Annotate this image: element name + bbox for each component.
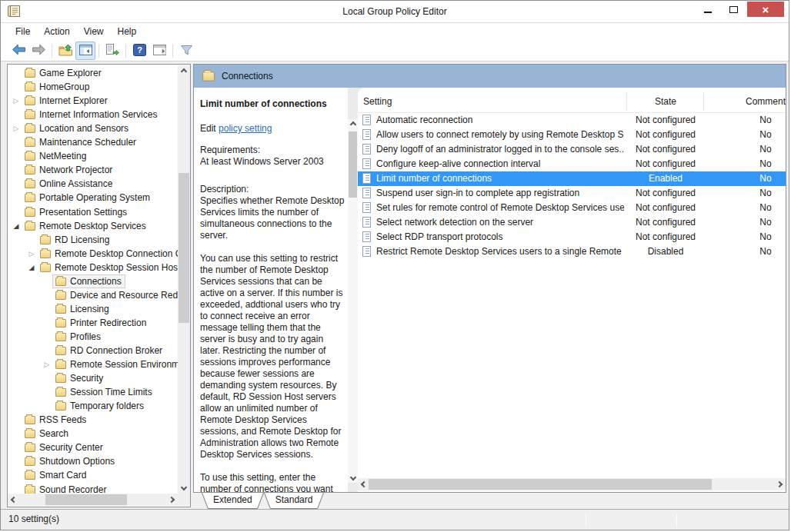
tree-item-core[interactable]: Sound Recorder [22,483,110,494]
scroll-down-icon[interactable] [178,481,190,494]
scroll-up-icon[interactable] [348,119,358,130]
expand-arrow-icon[interactable]: ▷ [42,361,52,368]
expand-arrow-icon[interactable]: ▷ [26,250,37,258]
tree-item-core[interactable]: Session Time Limits [52,385,156,399]
column-header-state[interactable]: State [627,96,704,107]
tree-item-core[interactable]: Online Assistance [22,177,116,191]
tree-item[interactable]: RD Connection Broker [8,344,178,357]
tree-item-core[interactable]: Maintenance Scheduler [22,135,140,149]
table-row[interactable]: Select RDP transport protocolsNot config… [358,230,786,244]
filter-button[interactable] [176,42,196,60]
close-button[interactable]: × [747,2,784,17]
tree-item-core[interactable]: Profiles [52,330,105,344]
tree-item[interactable]: RD Licensing [8,233,178,247]
show-console-tree-button[interactable] [75,42,95,60]
scroll-right-icon[interactable] [165,494,178,506]
tree-item[interactable]: Game Explorer [8,66,178,80]
scroll-thumb[interactable] [179,173,189,323]
scroll-thumb[interactable] [349,131,357,198]
tree-item[interactable]: Sound Recorder [8,483,178,494]
tree-item-core[interactable]: HomeGroup [22,80,93,94]
collapse-arrow-icon[interactable]: ◢ [26,264,37,271]
tree-item-core[interactable]: Security Center [22,441,107,454]
back-button[interactable] [8,42,28,60]
tree-item[interactable]: ◢Remote Desktop Session Host [8,261,178,274]
tree-item-core[interactable]: Portable Operating System [22,191,154,204]
tree-item-core[interactable]: Licensing [52,302,113,316]
tree-item-core[interactable]: Printer Redirection [52,316,150,330]
tree-item[interactable]: ▷Internet Explorer [8,94,178,108]
up-one-level-button[interactable] [55,42,75,60]
tree-item-core[interactable]: Search [22,427,72,441]
column-header-setting[interactable]: Setting [363,96,392,107]
expand-arrow-icon[interactable]: ▷ [11,125,22,132]
tree-item[interactable]: Licensing [8,302,178,316]
tree-item[interactable]: ▷Location and Sensors [8,121,178,135]
menu-view[interactable]: View [77,23,111,41]
tree-item[interactable]: NetMeeting [8,149,178,163]
column-divider[interactable] [703,92,704,111]
tree-item[interactable]: Online Assistance [8,177,178,191]
tree-item[interactable]: Network Projector [8,163,178,177]
menu-action[interactable]: Action [37,23,76,41]
show-action-pane-button[interactable] [149,42,169,60]
tree-item-core[interactable]: Location and Sensors [22,121,132,135]
tree-vertical-scrollbar[interactable] [178,65,190,494]
tree-item-core[interactable]: Temporary folders [52,399,148,413]
table-row[interactable]: Restrict Remote Desktop Services users t… [358,244,786,259]
scroll-down-icon[interactable] [348,472,358,483]
tree-item[interactable]: HomeGroup [8,80,178,94]
tree-item-core[interactable]: Remote Desktop Session Host [37,261,178,274]
tree-item-core[interactable]: Remote Session Environme [52,357,178,371]
tree-item[interactable]: Search [8,427,178,441]
table-row[interactable]: Automatic reconnectionNot configuredNo [358,113,786,128]
expand-arrow-icon[interactable]: ▷ [11,97,22,105]
table-row[interactable]: Allow users to connect remotely by using… [358,128,786,142]
maximize-button[interactable] [719,2,747,17]
tree-item[interactable]: Temporary folders [8,399,178,413]
tree-item-core[interactable]: Connections [52,274,125,288]
tree-item[interactable]: ▷Remote Session Environme [8,357,178,371]
tree-item-core[interactable]: Network Projector [22,163,116,177]
help-button[interactable]: ? [129,42,149,60]
tree-item[interactable]: Security [8,371,178,385]
description-scrollbar[interactable] [348,119,358,483]
tree-item[interactable]: Connections [8,274,178,288]
tree-item-core[interactable]: Shutdown Options [22,454,118,468]
tree-item-core[interactable]: Internet Explorer [22,94,112,108]
scroll-up-icon[interactable] [178,65,190,78]
tree-item[interactable]: ◢Remote Desktop Services [8,219,178,233]
policy-setting-link[interactable]: policy setting [219,123,272,134]
tree-item-core[interactable]: Device and Resource Redire [52,288,178,302]
tree-item[interactable]: Maintenance Scheduler [8,135,178,149]
tree-item[interactable]: Smart Card [8,468,178,482]
tree-item-core[interactable]: RSS Feeds [22,413,90,427]
tree-item-core[interactable]: NetMeeting [22,149,90,163]
table-row[interactable]: Deny logoff of an administrator logged i… [358,142,786,157]
table-row[interactable]: Limit number of connectionsEnabledNo [358,171,786,186]
collapse-arrow-icon[interactable]: ◢ [11,222,22,230]
tree-item[interactable]: Internet Information Services [8,108,178,121]
tree-item-core[interactable]: RD Licensing [37,233,113,247]
scroll-left-icon[interactable] [8,494,20,506]
tree-item-core[interactable]: Internet Information Services [22,108,161,121]
scroll-thumb[interactable] [369,479,712,490]
tree-item[interactable]: ▷Remote Desktop Connection C [8,247,178,261]
table-row[interactable]: Configure keep-alive connection interval… [358,157,786,171]
tree-item[interactable]: Device and Resource Redire [8,288,178,302]
list-horizontal-scrollbar[interactable] [358,478,786,490]
tree-item-core[interactable]: Remote Desktop Services [22,219,150,233]
table-row[interactable]: Set rules for remote control of Remote D… [358,201,786,215]
tree-item-core[interactable]: Game Explorer [22,66,105,80]
menu-file[interactable]: File [8,23,37,41]
menu-help[interactable]: Help [111,23,144,41]
scroll-right-icon[interactable] [773,478,786,490]
forward-button[interactable] [28,42,48,60]
tree-item[interactable]: Profiles [8,330,178,344]
tree-item-core[interactable]: Presentation Settings [22,205,131,219]
tab-standard[interactable]: Standard [265,493,324,509]
scroll-thumb[interactable] [45,494,127,505]
tree-item[interactable]: Session Time Limits [8,385,178,399]
tab-extended[interactable]: Extended [202,493,263,509]
tree-item-core[interactable]: RD Connection Broker [52,344,166,357]
